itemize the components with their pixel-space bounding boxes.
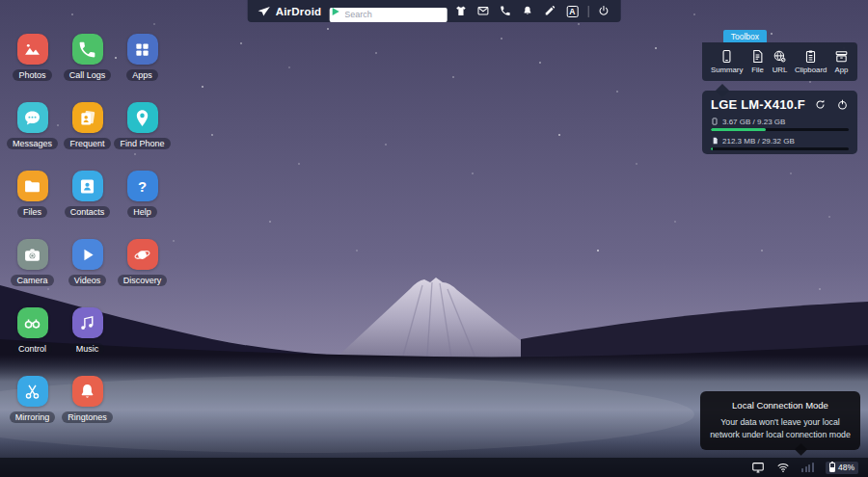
refresh-icon[interactable]	[814, 98, 827, 111]
toolbox-item-app[interactable]: App	[834, 49, 849, 74]
internal-storage-value: 3.67 GB / 9.23 GB	[722, 118, 785, 126]
files-icon	[17, 171, 48, 201]
power-logout-icon[interactable]	[597, 5, 610, 18]
app-mirroring[interactable]: Mirroring	[5, 376, 60, 444]
help-icon: ?	[127, 171, 158, 201]
battery-icon	[829, 463, 835, 472]
device-summary-card: LGE LM-X410.F 3.67 GB / 9.23 GB 212.3 MB…	[702, 91, 857, 154]
notification-bell-icon[interactable]	[521, 5, 534, 18]
tooltip-body: Your data won't leave your local network…	[710, 416, 851, 441]
mirroring-scissors-icon	[17, 376, 48, 407]
app-frequent[interactable]: Frequent	[60, 102, 115, 171]
app-files[interactable]: Files	[5, 171, 60, 239]
power-status-icon[interactable]	[836, 98, 849, 111]
internal-storage-bar	[711, 128, 766, 131]
battery-indicator[interactable]: 48%	[826, 462, 858, 474]
sd-card-icon	[711, 136, 719, 146]
app-label: Apps	[126, 69, 158, 81]
internal-storage-row: 3.67 GB / 9.23 GB	[711, 117, 849, 131]
remote-desktop-icon[interactable]	[751, 461, 765, 474]
svg-text:?: ?	[138, 178, 147, 194]
globe-link-icon	[773, 49, 787, 64]
messages-icon	[17, 102, 48, 133]
battery-percent: 48%	[838, 463, 854, 472]
file-icon	[750, 49, 765, 64]
desktop-app-grid: Photos Call Logs Apps Messages	[5, 34, 170, 444]
toolbox-item-clipboard[interactable]: Clipboard	[795, 49, 827, 74]
wifi-icon[interactable]	[776, 461, 790, 474]
sd-storage-value: 212.3 MB / 29.32 GB	[722, 137, 795, 146]
airdroid-desktop: AirDroid A	[0, 0, 868, 477]
local-connection-tooltip: Local Connection Mode Your data won't le…	[700, 391, 860, 450]
frequent-icon	[72, 102, 103, 133]
app-box-icon	[834, 49, 849, 64]
pencil-edit-icon[interactable]	[543, 5, 556, 18]
phone-storage-icon	[711, 117, 719, 126]
app-label: Call Logs	[64, 69, 112, 81]
toolbox-panel: Summary File URL Clipboard App	[702, 42, 857, 81]
app-label: Find Phone	[114, 138, 170, 149]
app-label: Help	[127, 206, 157, 218]
toolbox-tab[interactable]: Toolbox	[723, 30, 767, 42]
theme-tshirt-icon[interactable]	[454, 5, 468, 18]
cellular-signal-icon	[801, 463, 814, 472]
call-logs-icon	[72, 34, 103, 65]
device-name: LGE LM-X410.F	[711, 97, 805, 112]
app-label: Music	[70, 343, 105, 355]
app-discovery[interactable]: Discovery	[115, 239, 170, 307]
app-label: Discovery	[118, 275, 168, 286]
mail-icon[interactable]	[476, 5, 490, 18]
toolbox-item-summary[interactable]: Summary	[711, 49, 743, 74]
discovery-icon	[127, 239, 158, 270]
taskbar: 48%	[0, 458, 868, 477]
app-label: Frequent	[64, 138, 110, 149]
airdroid-logo[interactable]: AirDroid	[258, 5, 322, 18]
find-phone-icon	[127, 102, 158, 133]
search-input[interactable]	[329, 8, 447, 22]
app-label: Messages	[7, 138, 58, 149]
control-icon	[17, 307, 48, 338]
camera-icon	[17, 239, 48, 270]
phone-icon[interactable]	[499, 5, 512, 18]
app-call-logs[interactable]: Call Logs	[60, 34, 115, 102]
app-camera[interactable]: Camera	[5, 239, 60, 307]
app-label: Mirroring	[10, 411, 56, 423]
app-label: Videos	[68, 275, 106, 286]
app-label: Files	[17, 206, 47, 218]
searchbox	[329, 4, 447, 18]
topbar-icons: A	[454, 5, 610, 18]
app-ringtones[interactable]: Ringtones	[60, 376, 115, 444]
app-contacts[interactable]: Contacts	[60, 171, 115, 239]
toolbox-item-url[interactable]: URL	[773, 49, 788, 74]
app-label: Photos	[13, 69, 51, 81]
app-label: Contacts	[65, 206, 111, 218]
app-videos[interactable]: Videos	[60, 239, 115, 307]
toolbox-item-file[interactable]: File	[750, 49, 765, 74]
smartphone-icon	[719, 49, 734, 64]
topbar-separator	[587, 6, 588, 17]
contacts-icon	[72, 171, 103, 201]
app-label: Ringtones	[62, 411, 113, 423]
font-size-icon[interactable]: A	[565, 5, 579, 18]
app-photos[interactable]: Photos	[5, 34, 60, 102]
ringtones-bell-icon	[72, 376, 103, 407]
logo-text: AirDroid	[276, 6, 322, 17]
music-icon	[72, 307, 103, 338]
app-control[interactable]: Control	[5, 307, 60, 376]
sd-storage-bar	[711, 147, 713, 150]
app-music[interactable]: Music	[60, 307, 115, 376]
app-find-phone[interactable]: Find Phone	[115, 102, 170, 171]
paper-plane-icon	[258, 5, 271, 18]
photos-icon	[17, 34, 48, 65]
app-help[interactable]: ? Help	[115, 171, 170, 239]
sd-storage-row: 212.3 MB / 29.32 GB	[711, 136, 849, 150]
topbar: AirDroid A	[248, 0, 621, 22]
app-label: Control	[13, 343, 52, 355]
tooltip-title: Local Connection Mode	[710, 400, 851, 411]
play-triangle-icon	[332, 8, 339, 15]
clipboard-icon	[803, 49, 818, 64]
apps-grid-icon	[127, 34, 158, 65]
app-apps[interactable]: Apps	[115, 34, 170, 102]
app-messages[interactable]: Messages	[5, 102, 60, 171]
app-label: Camera	[11, 275, 53, 286]
